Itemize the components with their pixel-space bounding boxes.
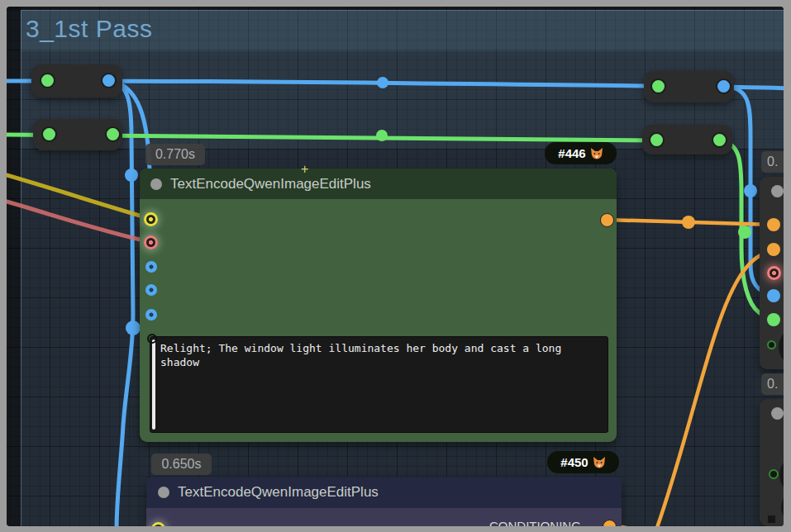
widget-ring	[147, 334, 157, 344]
wire-conditioning-2[interactable]	[655, 250, 774, 526]
wire-vae[interactable]	[7, 202, 151, 242]
node-id-badge: #446	[545, 142, 617, 164]
execution-time-label: 0.	[767, 377, 778, 392]
collapse-dot[interactable]	[150, 178, 162, 190]
input-socket-green[interactable]	[767, 313, 780, 326]
prompt-text[interactable]: Relight; The window light illuminates he…	[160, 341, 596, 369]
widget-square[interactable]	[768, 515, 775, 523]
reroute-output-socket[interactable]	[712, 132, 727, 148]
graph-world[interactable]: 3_1st Pass	[7, 7, 784, 526]
reroute-node[interactable]	[644, 71, 734, 102]
execution-time-badge: 0.770s	[145, 144, 205, 165]
link-dot[interactable]	[377, 77, 388, 88]
input-socket-orange[interactable]	[767, 218, 780, 231]
execution-time-label: 0.770s	[155, 147, 195, 162]
collapse-dot[interactable]	[771, 185, 784, 197]
node-id-label: #446	[558, 146, 585, 160]
input-socket-vae[interactable]	[144, 235, 158, 249]
cursor-crosshair: +	[301, 164, 308, 175]
app-window: 3_1st Pass	[0, 0, 791, 532]
input-socket-image1[interactable]	[145, 261, 157, 273]
socket-ring-green[interactable]	[767, 340, 776, 349]
execution-time-badge: 0.	[761, 151, 784, 173]
input-socket-image2[interactable]	[145, 284, 157, 296]
link-dot[interactable]	[126, 321, 141, 335]
reroute-node[interactable]	[33, 119, 122, 150]
node-title: TextEncodeQwenImageEditPlus	[170, 176, 371, 192]
window-frame	[0, 0, 7, 532]
input-socket-clip[interactable]	[144, 212, 158, 226]
graph-canvas[interactable]: 3_1st Pass	[7, 7, 784, 526]
reroute-node[interactable]	[642, 125, 732, 154]
window-frame	[0, 0, 791, 7]
collapse-dot[interactable]	[771, 407, 784, 420]
reroute-input-socket[interactable]	[649, 132, 665, 148]
input-socket-blue[interactable]	[767, 289, 780, 302]
window-frame	[784, 0, 791, 532]
textarea-scrollbar[interactable]	[152, 340, 155, 430]
reroute-output-socket[interactable]	[101, 73, 117, 88]
reroute-node[interactable]	[31, 64, 122, 97]
node-title: TextEncodeQwenImageEditPlus	[178, 484, 379, 501]
execution-time-badge: 0.	[761, 373, 784, 395]
link-dot[interactable]	[682, 216, 695, 229]
output-socket-conditioning[interactable]	[600, 213, 614, 227]
reroute-output-socket[interactable]	[716, 78, 731, 94]
fox-icon	[593, 457, 606, 468]
execution-time-label: 0.650s	[161, 457, 201, 472]
reroute-output-socket[interactable]	[105, 126, 121, 142]
link-dot[interactable]	[744, 184, 757, 197]
node-header[interactable]: TextEncodeQwenImageEditPlus	[146, 477, 622, 508]
input-socket-image3[interactable]	[145, 309, 157, 321]
fox-icon	[590, 148, 603, 159]
node-header[interactable]: TextEncodeQwenImageEditPlus	[140, 169, 617, 199]
output-label: CONDITIONING	[489, 519, 581, 526]
node-id-label: #450	[560, 455, 588, 469]
input-socket-orange[interactable]	[767, 243, 780, 256]
link-dot[interactable]	[376, 130, 388, 141]
input-socket-red[interactable]	[767, 266, 781, 280]
reroute-input-socket[interactable]	[41, 126, 57, 142]
link-dot[interactable]	[738, 226, 751, 239]
reroute-input-socket[interactable]	[40, 73, 55, 88]
wire-clip[interactable]	[7, 175, 151, 219]
execution-time-label: 0.	[767, 154, 778, 169]
reroute-input-socket[interactable]	[650, 78, 666, 94]
window-frame	[0, 526, 791, 532]
node-id-badge: #450	[547, 451, 619, 473]
node-partial-right-b[interactable]	[760, 399, 784, 526]
prompt-textarea[interactable]: Relight; The window light illuminates he…	[150, 336, 608, 433]
socket-ring-green[interactable]	[769, 469, 779, 479]
collapse-dot[interactable]	[158, 487, 169, 498]
link-dot[interactable]	[125, 169, 138, 182]
execution-time-badge: 0.650s	[151, 454, 212, 475]
